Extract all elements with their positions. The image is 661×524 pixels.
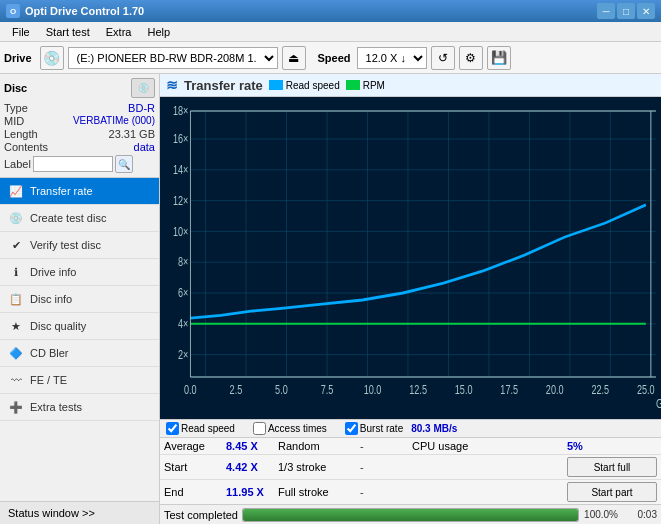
svg-text:20.0: 20.0 bbox=[546, 382, 564, 396]
start-label: Start bbox=[164, 461, 224, 473]
end-value: 11.95 X bbox=[226, 486, 276, 498]
disc-length-value: 23.31 GB bbox=[109, 128, 155, 140]
svg-text:2.5: 2.5 bbox=[230, 382, 243, 396]
nav-disc-info[interactable]: 📋 Disc info bbox=[0, 286, 159, 313]
speed-select[interactable]: 12.0 X ↓ bbox=[357, 47, 427, 69]
status-window-button[interactable]: Status window >> bbox=[0, 501, 159, 524]
access-times-checkbox-item[interactable]: Access times bbox=[253, 422, 327, 435]
random-value: - bbox=[360, 440, 410, 452]
random-label: Random bbox=[278, 440, 358, 452]
progress-bar-inner bbox=[243, 509, 578, 521]
stroke13-value: - bbox=[360, 461, 410, 473]
measurements-row-average: Average 8.45 X Random - CPU usage 5% bbox=[160, 437, 661, 454]
svg-text:8×: 8× bbox=[178, 255, 188, 269]
progress-bar-area: Test completed 100.0% 0:03 bbox=[160, 504, 661, 524]
disc-title: Disc bbox=[4, 82, 27, 94]
chart-svg: 18× 16× 14× 12× 10× 8× 6× 4× 2× 0.0 2.5 … bbox=[160, 97, 661, 419]
cpu-usage-label: CPU usage bbox=[412, 440, 492, 452]
main-layout: Disc 💿 Type BD-R MID VERBATIMe (000) Len… bbox=[0, 74, 661, 524]
disc-image-icon[interactable]: 💿 bbox=[131, 78, 155, 98]
drive-select[interactable]: (E:) PIONEER BD-RW BDR-208M 1.50 bbox=[68, 47, 278, 69]
burst-rate-checkbox-item[interactable]: Burst rate bbox=[345, 422, 403, 435]
disc-contents-row: Contents data bbox=[4, 141, 155, 153]
close-button[interactable]: ✕ bbox=[637, 3, 655, 19]
stats-bar: Read speed Access times Burst rate 80.3 … bbox=[160, 419, 661, 437]
nav-disc-quality[interactable]: ★ Disc quality bbox=[0, 313, 159, 340]
eject-button[interactable]: ⏏ bbox=[282, 46, 306, 70]
nav-fe-te-label: FE / TE bbox=[30, 374, 67, 386]
extra-tests-icon: ➕ bbox=[8, 399, 24, 415]
svg-text:25.0: 25.0 bbox=[637, 382, 655, 396]
nav-create-test-disc[interactable]: 💿 Create test disc bbox=[0, 205, 159, 232]
menu-bar: File Start test Extra Help bbox=[0, 22, 661, 42]
disc-label-key: Label bbox=[4, 158, 31, 170]
speed-label: Speed bbox=[318, 52, 351, 64]
menu-extra[interactable]: Extra bbox=[98, 24, 140, 40]
burst-rate-checkbox[interactable] bbox=[345, 422, 358, 435]
minimize-button[interactable]: ─ bbox=[597, 3, 615, 19]
nav-transfer-rate-label: Transfer rate bbox=[30, 185, 93, 197]
svg-text:GB: GB bbox=[656, 396, 661, 410]
full-stroke-label: Full stroke bbox=[278, 486, 358, 498]
nav-extra-tests[interactable]: ➕ Extra tests bbox=[0, 394, 159, 421]
start-full-button[interactable]: Start full bbox=[567, 457, 657, 477]
svg-text:12.5: 12.5 bbox=[409, 382, 427, 396]
nav-fe-te[interactable]: 〰 FE / TE bbox=[0, 367, 159, 394]
svg-text:5.0: 5.0 bbox=[275, 382, 288, 396]
svg-text:15.0: 15.0 bbox=[455, 382, 473, 396]
svg-text:22.5: 22.5 bbox=[591, 382, 609, 396]
title-bar-controls: ─ □ ✕ bbox=[597, 3, 655, 19]
chart-icon: ≋ bbox=[166, 77, 178, 93]
chart-area: 18× 16× 14× 12× 10× 8× 6× 4× 2× 0.0 2.5 … bbox=[160, 97, 661, 419]
verify-test-disc-icon: ✔ bbox=[8, 237, 24, 253]
maximize-button[interactable]: □ bbox=[617, 3, 635, 19]
nav-drive-info[interactable]: ℹ Drive info bbox=[0, 259, 159, 286]
legend-rpm: RPM bbox=[346, 80, 385, 91]
title-bar: O Opti Drive Control 1.70 ─ □ ✕ bbox=[0, 0, 661, 22]
burst-rate-checkbox-label: Burst rate bbox=[360, 423, 403, 434]
svg-text:17.5: 17.5 bbox=[500, 382, 518, 396]
nav-transfer-rate[interactable]: 📈 Transfer rate bbox=[0, 178, 159, 205]
legend-read-speed-label: Read speed bbox=[286, 80, 340, 91]
access-times-checkbox[interactable] bbox=[253, 422, 266, 435]
read-speed-checkbox-item[interactable]: Read speed bbox=[166, 422, 235, 435]
burst-rate-value: 80.3 MB/s bbox=[411, 423, 457, 434]
nav-cd-bler[interactable]: 🔷 CD Bler bbox=[0, 340, 159, 367]
disc-mid-value: VERBATIMe (000) bbox=[73, 115, 155, 127]
disc-type-value: BD-R bbox=[128, 102, 155, 114]
disc-quality-icon: ★ bbox=[8, 318, 24, 334]
legend-read-speed: Read speed bbox=[269, 80, 340, 91]
menu-start-test[interactable]: Start test bbox=[38, 24, 98, 40]
save-button[interactable]: 💾 bbox=[487, 46, 511, 70]
start-part-button[interactable]: Start part bbox=[567, 482, 657, 502]
drive-icon: 💿 bbox=[40, 46, 64, 70]
avg-value: 8.45 X bbox=[226, 440, 276, 452]
nav-verify-test-disc-label: Verify test disc bbox=[30, 239, 101, 251]
disc-info-icon: 📋 bbox=[8, 291, 24, 307]
nav-disc-info-label: Disc info bbox=[30, 293, 72, 305]
nav-disc-quality-label: Disc quality bbox=[30, 320, 86, 332]
toolbar: Drive 💿 (E:) PIONEER BD-RW BDR-208M 1.50… bbox=[0, 42, 661, 74]
svg-text:4×: 4× bbox=[178, 317, 188, 331]
refresh-speed-button[interactable]: ↺ bbox=[431, 46, 455, 70]
svg-text:2×: 2× bbox=[178, 347, 188, 361]
svg-text:16×: 16× bbox=[173, 132, 188, 146]
chart-title: Transfer rate bbox=[184, 78, 263, 93]
access-times-checkbox-label: Access times bbox=[268, 423, 327, 434]
stroke13-label: 1/3 stroke bbox=[278, 461, 358, 473]
svg-text:14×: 14× bbox=[173, 163, 188, 177]
status-text: Test completed bbox=[164, 509, 238, 521]
menu-file[interactable]: File bbox=[4, 24, 38, 40]
transfer-rate-icon: 📈 bbox=[8, 183, 24, 199]
nav-menu: 📈 Transfer rate 💿 Create test disc ✔ Ver… bbox=[0, 178, 159, 501]
disc-type-label: Type bbox=[4, 102, 28, 114]
disc-type-row: Type BD-R bbox=[4, 102, 155, 114]
nav-verify-test-disc[interactable]: ✔ Verify test disc bbox=[0, 232, 159, 259]
progress-bar-outer bbox=[242, 508, 579, 522]
disc-label-button[interactable]: 🔍 bbox=[115, 155, 133, 173]
disc-label-input[interactable] bbox=[33, 156, 113, 172]
end-label: End bbox=[164, 486, 224, 498]
read-speed-checkbox[interactable] bbox=[166, 422, 179, 435]
settings-button[interactable]: ⚙ bbox=[459, 46, 483, 70]
menu-help[interactable]: Help bbox=[139, 24, 178, 40]
